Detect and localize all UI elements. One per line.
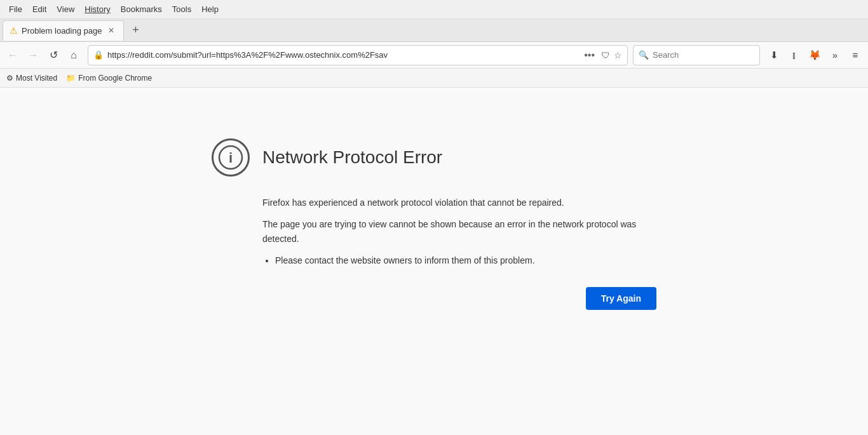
most-visited-icon: ⚙ — [6, 74, 13, 83]
menu-bookmarks[interactable]: Bookmarks — [116, 3, 167, 15]
menu-view[interactable]: View — [51, 3, 79, 15]
error-title: Network Protocol Error — [262, 147, 442, 168]
try-again-button[interactable]: Try Again — [586, 287, 656, 310]
tab-warning-icon: ⚠ — [10, 25, 18, 36]
nav-bar: ← → ↺ ⌂ 🔒 https://reddit.com/submit?url=… — [0, 42, 868, 69]
main-content: i Network Protocol Error Firefox has exp… — [0, 88, 868, 435]
bookmarks-bar: ⚙ Most Visited 📁 From Google Chrome — [0, 69, 868, 88]
from-chrome-bookmark[interactable]: 📁 From Google Chrome — [66, 74, 152, 83]
lock-icon: 🔒 — [93, 50, 104, 60]
url-display: https://reddit.com/submit?url=https%3A%2… — [107, 50, 578, 60]
error-paragraph-1: Firefox has experienced a network protoc… — [262, 196, 656, 210]
menu-file[interactable]: File — [4, 3, 27, 15]
tab-title: Problem loading page — [22, 26, 102, 36]
menu-help[interactable]: Help — [196, 3, 224, 15]
active-tab[interactable]: ⚠ Problem loading page ✕ — [3, 20, 124, 41]
nav-right-buttons: ⬇ ⫿ 🦊 » ≡ — [765, 46, 864, 64]
svg-text:i: i — [229, 150, 233, 166]
search-icon: 🔍 — [639, 50, 649, 60]
back-button[interactable]: ← — [4, 46, 22, 64]
more-options-button[interactable]: ••• — [581, 48, 597, 62]
from-chrome-label: From Google Chrome — [78, 74, 152, 83]
firefox-button[interactable]: 🦊 — [806, 46, 824, 64]
error-bullet-1: Please contact the website owners to inf… — [275, 253, 656, 267]
most-visited-label: Most Visited — [16, 74, 57, 83]
error-body: Firefox has experienced a network protoc… — [262, 196, 656, 310]
address-bar[interactable]: 🔒 https://reddit.com/submit?url=https%3A… — [88, 45, 628, 65]
bookmark-star-icon[interactable]: ☆ — [614, 50, 622, 60]
hamburger-menu-button[interactable]: ≡ — [846, 46, 864, 64]
home-button[interactable]: ⌂ — [65, 46, 83, 64]
library-button[interactable]: ⫿ — [785, 46, 803, 64]
error-paragraph-2: The page you are trying to view cannot b… — [262, 217, 656, 246]
from-chrome-icon: 📁 — [66, 74, 76, 83]
search-input[interactable] — [653, 50, 754, 60]
menu-tools[interactable]: Tools — [167, 3, 196, 15]
tab-close-button[interactable]: ✕ — [105, 25, 117, 36]
menu-history[interactable]: History — [79, 3, 115, 15]
error-info-icon: i — [212, 138, 250, 177]
search-box[interactable]: 🔍 — [633, 45, 760, 65]
menu-edit[interactable]: Edit — [27, 3, 51, 15]
new-tab-button[interactable]: + — [126, 22, 144, 39]
expand-button[interactable]: » — [826, 46, 844, 64]
tab-bar: ⚠ Problem loading page ✕ + — [0, 19, 868, 42]
error-header: i Network Protocol Error — [212, 138, 656, 177]
most-visited-bookmark[interactable]: ⚙ Most Visited — [6, 74, 57, 83]
menu-bar: File Edit View History Bookmarks Tools H… — [0, 0, 868, 19]
error-container: i Network Protocol Error Firefox has exp… — [212, 138, 656, 310]
reload-button[interactable]: ↺ — [44, 46, 62, 64]
download-button[interactable]: ⬇ — [765, 46, 783, 64]
pocket-icon[interactable]: 🛡 — [601, 50, 610, 60]
forward-button[interactable]: → — [24, 46, 42, 64]
